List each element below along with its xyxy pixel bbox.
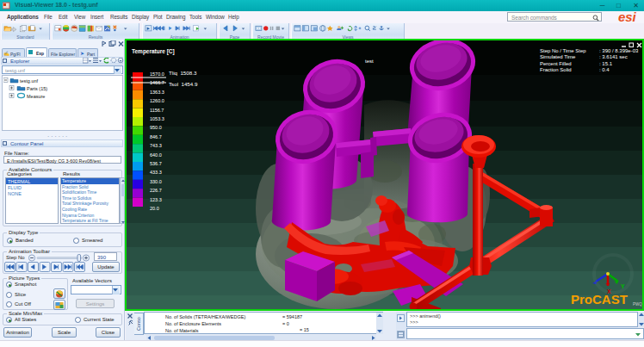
svg-text:Y: Y [621,283,625,289]
svg-text:esi: esi [618,9,636,24]
svg-text:PWQ: PWQ [633,302,642,307]
svg-text:ProCAST: ProCAST [571,292,628,307]
